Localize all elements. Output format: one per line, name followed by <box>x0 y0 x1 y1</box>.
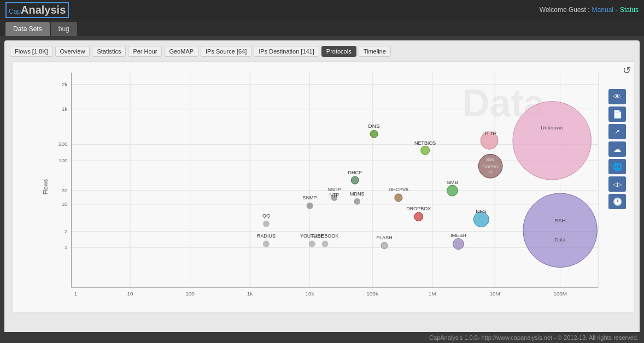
document-icon: 📄 <box>613 110 622 119</box>
tab-statistics[interactable]: Statistics <box>92 46 126 57</box>
toolbar: Flows [1.8K] Overview Statistics Per Hou… <box>10 46 634 57</box>
header-right: Welcome Guest : Manual - Status <box>540 6 639 14</box>
logo-analysis: Analysis <box>21 4 66 16</box>
y-tick-200: 200 <box>58 141 68 147</box>
bubble-nfs <box>473 212 489 227</box>
logo-cap: Cap <box>9 8 21 15</box>
x-tick-1m: 1M <box>429 291 436 297</box>
share-icon: ↗ <box>614 128 620 135</box>
globe-button[interactable]: 🌐 <box>608 159 626 174</box>
share-button[interactable]: ↗ <box>608 124 626 139</box>
x-tick-10k: 10k <box>306 291 314 297</box>
dash-text: - <box>616 6 618 14</box>
nav-tab-bug[interactable]: bug <box>51 22 77 36</box>
tab-protocols[interactable]: Protocols <box>321 46 356 57</box>
chart-svg: Data Flows 2k 1k 200 100 20 10 2 1 <box>13 62 634 312</box>
bubble-imesh <box>453 239 464 250</box>
tab-flows[interactable]: Flows [1.8K] <box>10 46 53 57</box>
status-link[interactable]: Status <box>620 6 639 14</box>
label-goprotect2: TE <box>488 170 493 175</box>
bubble-youtube <box>309 241 315 247</box>
y-axis-label: Flows <box>42 179 49 194</box>
label-mdns: MDNS <box>350 191 364 197</box>
y-tick-2: 2 <box>65 228 68 234</box>
x-tick-100k: 100k <box>366 291 378 297</box>
label-unknown: Unknown <box>541 125 563 131</box>
footer-text: CapAnalysis 1.0.0- http://www.capanalysi… <box>429 334 639 341</box>
header: CapAnalysis Welcome Guest : Manual - Sta… <box>0 0 644 20</box>
globe-icon: 🌐 <box>613 162 622 171</box>
label-dns: DNS <box>368 123 380 129</box>
label-netbios: NETBIOS <box>414 140 436 146</box>
label-imesh: IMESH <box>450 233 466 238</box>
bubble-dropbox <box>414 212 423 221</box>
logo: CapAnalysis <box>5 2 69 18</box>
label-ntp: NTP <box>329 192 339 198</box>
chart-area: ↺ 👁 📄 ↗ ☁ 🌐 ◁▷ 🕐 <box>13 61 634 312</box>
view-button[interactable]: 👁 <box>608 89 626 104</box>
bubble-radius <box>263 241 270 247</box>
main-content: Flows [1.8K] Overview Statistics Per Hou… <box>4 40 640 343</box>
x-tick-1: 1 <box>74 291 78 297</box>
bubble-flash <box>381 243 388 249</box>
label-smb: SMB <box>447 179 459 185</box>
cloud-icon: ☁ <box>613 145 621 153</box>
clock-button[interactable]: 🕐 <box>608 194 626 209</box>
y-tick-1: 1 <box>65 245 68 251</box>
manual-link[interactable]: Manual <box>592 6 613 14</box>
bubble-ssh <box>523 193 597 267</box>
arrows-icon: ◁▷ <box>613 181 622 188</box>
x-tick-100: 100 <box>185 291 195 297</box>
label-dhcp: DHCP <box>348 170 362 175</box>
label-qq: QQ <box>262 213 270 218</box>
bubble-unknown <box>513 102 591 180</box>
right-toolbar: 👁 📄 ↗ ☁ 🌐 ◁▷ 🕐 <box>608 89 626 209</box>
y-tick-100: 100 <box>58 157 68 163</box>
bubble-dns <box>370 130 378 138</box>
bubble-snmp <box>307 203 313 209</box>
y-tick-10: 10 <box>61 201 68 207</box>
logo-border: CapAnalysis <box>5 2 69 18</box>
eye-icon: 👁 <box>613 92 621 101</box>
arrows-button[interactable]: ◁▷ <box>608 176 626 192</box>
x-tick-10m: 10M <box>489 291 500 297</box>
tab-per-hour[interactable]: Per Hour <box>128 46 162 57</box>
x-tick-1k: 1k <box>247 291 253 297</box>
tab-timeline[interactable]: Timeline <box>359 46 391 57</box>
label-youtube: YOUTUBE <box>300 233 324 239</box>
x-tick-10: 10 <box>127 291 134 297</box>
bubble-smb <box>447 185 458 196</box>
nav-tab-datasets[interactable]: Data Sets <box>5 22 50 36</box>
bubble-facebook <box>322 241 329 247</box>
reload-button[interactable]: ↺ <box>623 64 631 76</box>
bubble-dhcpv6 <box>395 194 402 202</box>
y-tick-20: 20 <box>61 187 68 193</box>
tab-ips-source[interactable]: IPs Source [64] <box>201 46 251 57</box>
bubble-netbios <box>421 146 430 155</box>
label-dhcpv6: DHCPV6 <box>389 187 408 192</box>
label-dropbox: DROPBOX <box>406 206 431 211</box>
bubble-dhcp <box>351 176 359 184</box>
bubble-qq <box>263 221 270 227</box>
bubble-mdns <box>354 198 360 205</box>
welcome-text: Welcome Guest : <box>540 6 590 14</box>
y-tick-1k: 1k <box>62 106 68 112</box>
y-tick-2k: 2k <box>62 81 68 87</box>
label-ssh-sub: Data <box>555 237 565 243</box>
label-goprotect: GOPRO <box>482 164 499 169</box>
label-ssl: SSL <box>486 157 495 162</box>
label-flash: FLASH <box>377 235 393 240</box>
footer: CapAnalysis 1.0.0- http://www.capanalysi… <box>0 332 644 343</box>
clock-icon: 🕐 <box>613 197 622 206</box>
tab-overview[interactable]: Overview <box>55 46 90 57</box>
label-nfs: NFS <box>476 208 487 214</box>
tab-ips-dest[interactable]: IPs Destination [141] <box>254 46 319 57</box>
x-tick-100m: 100M <box>553 291 567 297</box>
label-ssh: SSH <box>554 217 565 223</box>
label-http: HTTP <box>482 130 496 136</box>
tab-geomap[interactable]: GeoMAP <box>164 46 198 57</box>
document-button[interactable]: 📄 <box>608 107 626 122</box>
cloud-button[interactable]: ☁ <box>608 141 626 157</box>
label-radius: RADIUS <box>257 233 276 239</box>
label-snmp: SNMP <box>303 195 317 200</box>
